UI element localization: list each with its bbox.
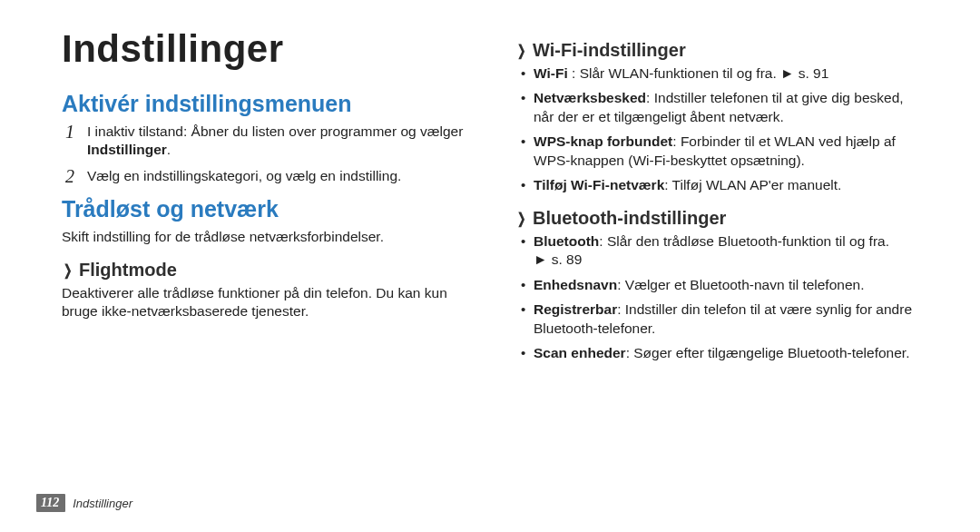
page-title: Indstillinger xyxy=(62,27,472,71)
subheading-bluetooth: ❯Bluetooth-indstillinger xyxy=(515,208,926,229)
page-footer: 112 Indstillinger xyxy=(36,494,132,512)
chevron-right-icon: ❯ xyxy=(64,261,72,279)
list-item: Scan enheder: Søger efter tilgængelige B… xyxy=(521,344,926,362)
step-number: 2 xyxy=(62,167,78,185)
right-column: ❯Wi-Fi-indstillinger Wi-Fi : Slår WLAN-f… xyxy=(515,27,926,369)
footer-label: Indstillinger xyxy=(73,497,132,510)
columns: Indstillinger Aktivér indstillingsmenuen… xyxy=(62,27,926,369)
page-number: 112 xyxy=(36,494,65,512)
list-item: Tilføj Wi-Fi-netværk: Tilføj WLAN AP'er … xyxy=(521,176,926,194)
page-reference: ► s. 91 xyxy=(780,64,828,83)
list-item: Bluetooth: Slår den trådløse Bluetooth-f… xyxy=(521,232,926,270)
step-item: 2 Vælg en indstillingskategori, og vælg … xyxy=(62,167,472,185)
subheading-flightmode: ❯Flightmode xyxy=(62,260,472,281)
list-item: WPS-knap forbundet: Forbinder til et WLA… xyxy=(521,133,926,170)
list-item: Netværksbesked: Indstiller telefonen til… xyxy=(521,89,926,126)
step-text: Vælg en indstillingskategori, og vælg en… xyxy=(87,167,401,185)
left-column: Indstillinger Aktivér indstillingsmenuen… xyxy=(62,27,472,369)
step-item: 1 I inaktiv tilstand: Åbner du listen ov… xyxy=(62,123,472,160)
page-reference: ► s. 89 xyxy=(534,251,582,269)
wifi-list: Wi-Fi : Slår WLAN-funktionen til og fra.… xyxy=(515,64,926,195)
chevron-right-icon: ❯ xyxy=(517,42,525,59)
subheading-wifi: ❯Wi-Fi-indstillinger xyxy=(515,40,926,61)
section-heading-activate: Aktivér indstillingsmenuen xyxy=(62,91,472,117)
flightmode-body: Deaktiverer alle trådløse funktioner på … xyxy=(62,284,472,321)
document-page: Indstillinger Aktivér indstillingsmenuen… xyxy=(0,0,980,532)
list-item: Wi-Fi : Slår WLAN-funktionen til og fra.… xyxy=(521,64,926,83)
bluetooth-list: Bluetooth: Slår den trådløse Bluetooth-f… xyxy=(515,232,926,363)
list-item: Enhedsnavn: Vælger et Bluetooth-navn til… xyxy=(521,276,926,294)
step-number: 1 xyxy=(62,123,78,160)
list-item: Registrerbar: Indstiller din telefon til… xyxy=(521,300,926,338)
chevron-right-icon: ❯ xyxy=(517,210,525,227)
section-heading-wireless: Trådløst og netværk xyxy=(62,196,472,222)
section-intro: Skift indstilling for de trådløse netvær… xyxy=(62,228,472,246)
step-text: I inaktiv tilstand: Åbner du listen over… xyxy=(87,123,472,160)
numbered-steps: 1 I inaktiv tilstand: Åbner du listen ov… xyxy=(62,123,472,185)
